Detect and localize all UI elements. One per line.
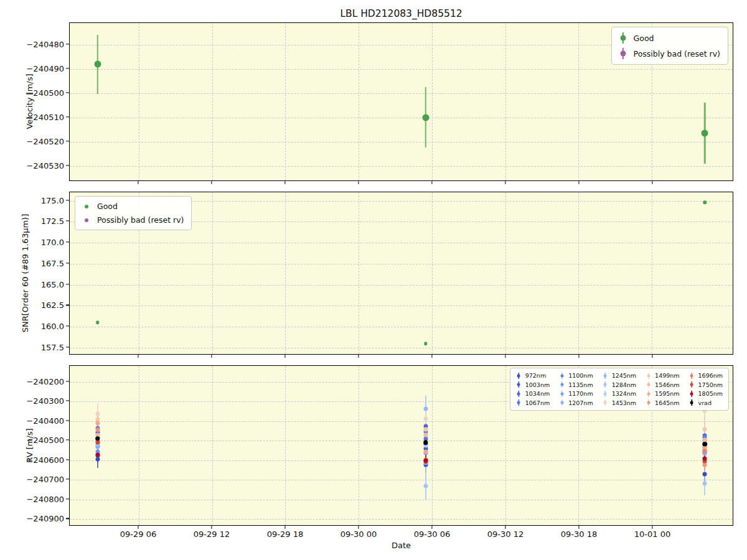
y-tick-mark [66,241,69,242]
gridline-x [285,23,286,180]
x-tick-label: 09-30 12 [487,530,524,539]
marker-dot [517,401,520,404]
legend-item: 1284nm [603,381,636,388]
data-point [424,342,428,345]
gridline-x [285,366,286,525]
x-tick-mark [578,526,579,529]
x-tick-mark [358,181,359,184]
legend-label: 1499nm [655,372,679,379]
errorbar-marker-icon [646,381,651,388]
errorbar-marker-icon [619,32,627,44]
velocity-legend: Good Possibly bad (reset rv) [611,27,728,65]
y-tick-label: −240300 [5,396,64,406]
legend-item: vrad [689,399,723,406]
data-point [423,427,428,431]
data-point [703,481,707,485]
legend-label: 1067nm [525,399,550,406]
x-tick-label: 09-29 06 [120,530,156,539]
y-tick-mark [66,116,69,117]
legend-label: Good [97,202,118,211]
legend-item: 1546nm [646,381,679,388]
legend-item-possibly-bad: Possibly bad (reset rv) [83,215,184,225]
gridline-x [359,192,359,354]
gridline-x [285,192,286,354]
legend-label: 1034nm [525,390,550,397]
gridline-x [212,23,213,180]
gridline-x [432,192,433,354]
y-tick-mark [66,92,69,93]
legend-label: 1324nm [612,390,636,397]
marker-dot [604,401,607,404]
x-tick-mark [211,355,212,358]
velocity-panel: Good Possibly bad (reset rv) [69,22,733,181]
y-tick-label: −240520 [5,136,64,146]
y-tick-mark [66,518,69,519]
data-point [702,130,708,137]
marker-dot [690,374,693,377]
legend-label: 972nm [525,372,546,379]
y-tick-label: −240480 [5,40,64,49]
errorbar-marker-icon [516,390,522,398]
errorbar-marker-icon [689,390,695,398]
dot-marker-icon [85,205,88,208]
x-tick-mark [652,526,652,529]
legend-item: 1170nm [559,390,593,398]
gridline-y [70,460,733,461]
x-tick-label: 09-29 18 [267,530,303,539]
marker-dot [690,401,693,404]
gridline-y [70,519,733,520]
legend-label: 1003nm [525,381,550,388]
y-tick-mark [66,381,69,381]
legend-label: Possibly bad (reset rv) [634,49,720,58]
legend-label: 1595nm [655,390,679,397]
errorbar-marker-icon [559,399,565,406]
errorbar-marker-icon [603,399,608,406]
legend-item: 1034nm [516,390,550,398]
x-tick-mark [505,526,505,529]
errorbar-marker-icon [516,381,522,388]
marker-dot [647,401,650,404]
x-axis-label: Date [69,541,733,550]
marker-dot [560,374,563,377]
figure: LBL HD212083_HD85512 Velocity [m/s] SNR[… [0,0,747,560]
data-point [96,321,100,325]
data-point [703,442,708,447]
y-tick-label: 157.5 [5,342,64,352]
data-point [423,458,428,462]
y-tick-label: 167.5 [5,258,64,268]
gridline-y [70,348,733,348]
legend-label: 1645nm [655,399,679,406]
gridline-x [359,23,359,180]
legend-label: Possibly bad (reset rv) [97,215,184,225]
gridline-x [432,23,433,180]
x-tick-mark [505,355,505,358]
errorbar-marker-icon [603,390,608,398]
x-tick-mark [211,526,212,529]
legend-label: 1135nm [568,381,593,388]
gridline-y [70,285,733,286]
data-point [95,428,100,432]
legend-item: 1324nm [603,390,636,398]
data-point [703,427,707,431]
x-tick-mark [284,355,285,358]
gridline-x [578,23,579,180]
legend-label: vrad [698,399,712,406]
y-tick-mark [66,44,69,44]
y-tick-label: −240700 [5,475,64,484]
gridline-x [359,366,359,525]
data-point [703,472,707,477]
marker-dot [517,392,520,395]
y-tick-mark [66,459,69,460]
y-tick-mark [66,68,69,68]
data-point [423,441,428,446]
errorbar-marker-icon [516,399,522,406]
gridline-x [505,192,506,354]
y-tick-label: 175.0 [5,195,64,205]
legend-label: 1546nm [655,381,679,388]
legend-item: 1207nm [559,399,593,406]
y-tick-label: −240500 [5,88,64,97]
legend-item: 1645nm [646,399,679,406]
x-tick-label: 09-30 18 [561,530,597,539]
legend-item-good: Good [619,32,720,44]
x-tick-label: 09-29 12 [194,530,230,539]
